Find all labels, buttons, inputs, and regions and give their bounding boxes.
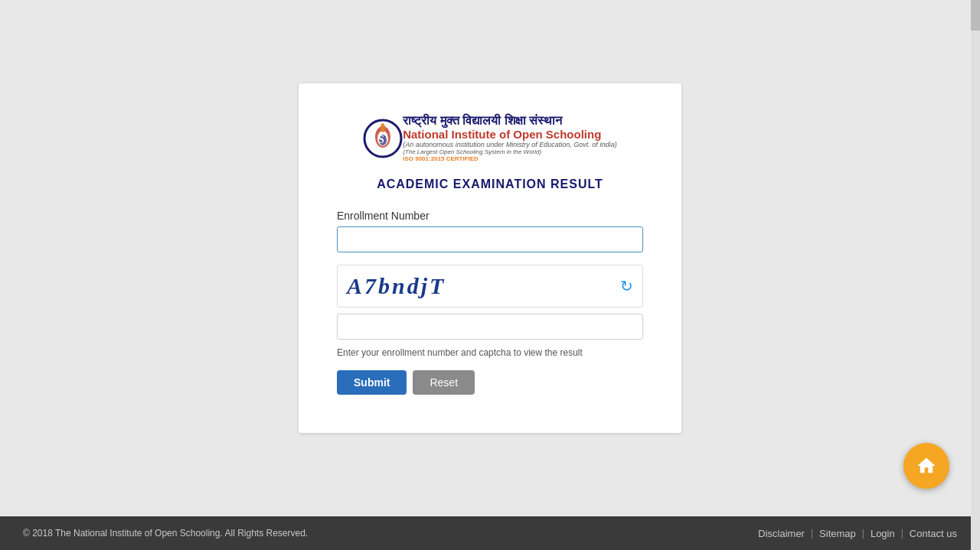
- reset-button[interactable]: Reset: [413, 370, 475, 395]
- logo-area: S राष्ट्रीय मुक्त विद्यालयी शिक्षा संस्थ…: [363, 114, 617, 162]
- enrollment-input[interactable]: [337, 226, 643, 252]
- form-card: S राष्ट्रीय मुक्त विद्यालयी शिक्षा संस्थ…: [299, 83, 681, 433]
- logo-text-area: राष्ट्रीय मुक्त विद्यालयी शिक्षा संस्थान…: [403, 114, 617, 162]
- logo-iso: ISO 9001:2015 CERTIFIED: [403, 155, 617, 162]
- captcha-input[interactable]: [337, 314, 643, 340]
- captcha-text: A7bndjT: [347, 273, 446, 299]
- login-link[interactable]: Login: [871, 528, 895, 539]
- footer-sep-2: |: [862, 528, 864, 539]
- buttons-row: Submit Reset: [337, 370, 643, 395]
- home-fab-button[interactable]: [903, 443, 949, 489]
- logo-sub1: (An autonomous institution under Ministr…: [403, 141, 617, 148]
- scrollbar-track: [971, 0, 980, 550]
- submit-button[interactable]: Submit: [337, 370, 407, 395]
- contact-link[interactable]: Contact us: [910, 528, 957, 539]
- footer-copyright: © 2018 The National Institute of Open Sc…: [23, 528, 308, 539]
- captcha-display-area: A7bndjT ↻: [337, 265, 643, 308]
- main-content: S राष्ट्रीय मुक्त विद्यालयी शिक्षा संस्थ…: [0, 0, 980, 516]
- disclaimer-link[interactable]: Disclaimer: [758, 528, 805, 539]
- footer-sep-1: |: [811, 528, 813, 539]
- hint-text: Enter your enrollment number and captcha…: [337, 347, 643, 358]
- logo-english-text: National Institute of Open Schooling: [403, 128, 617, 141]
- nios-logo-icon: S: [363, 116, 403, 161]
- footer-sep-3: |: [901, 528, 903, 539]
- logo-hindi-text: राष्ट्रीय मुक्त विद्यालयी शिक्षा संस्थान: [403, 114, 617, 128]
- scrollbar-thumb[interactable]: [971, 0, 980, 31]
- page-title: ACADEMIC EXAMINATION RESULT: [377, 177, 603, 191]
- footer-links: Disclaimer | Sitemap | Login | Contact u…: [758, 528, 957, 539]
- sitemap-link[interactable]: Sitemap: [819, 528, 856, 539]
- form-area: Enrollment Number A7bndjT ↻ Enter your e…: [337, 210, 643, 395]
- home-icon: [916, 455, 937, 477]
- refresh-captcha-icon[interactable]: ↻: [620, 277, 633, 295]
- footer: © 2018 The National Institute of Open Sc…: [0, 516, 980, 550]
- enrollment-label: Enrollment Number: [337, 210, 643, 222]
- svg-point-5: [381, 123, 385, 132]
- svg-text:S: S: [378, 134, 384, 145]
- logo-sub2: (The Largest Open Schooling System in th…: [403, 148, 617, 155]
